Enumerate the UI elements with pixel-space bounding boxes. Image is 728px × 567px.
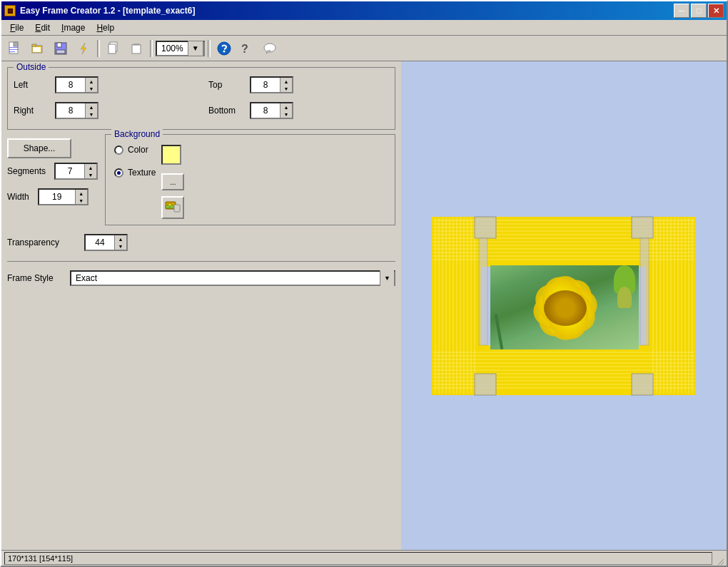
menu-help[interactable]: Help [91,21,120,34]
width-input[interactable] [39,190,75,204]
segments-label: Segments [7,166,46,176]
status-bar: 170*131 [154*115] [1,550,727,566]
width-spinner-buttons: ▲ ▼ [75,190,87,204]
copy-button[interactable] [103,39,124,58]
svg-rect-9 [57,43,61,47]
right-down[interactable]: ▼ [86,111,97,118]
segments-up[interactable]: ▲ [85,164,96,171]
background-options: Color Texture [114,145,156,183]
segments-spinner[interactable]: ▲ ▼ [54,163,98,180]
outside-label: Outside [14,62,49,72]
new-button[interactable] [4,39,26,58]
right-spinner[interactable]: ▲ ▼ [55,102,98,119]
toolbar-separator-2 [150,40,153,57]
texture-browse-button[interactable]: ... [161,173,184,190]
divider [7,261,395,262]
top-spinner[interactable]: ▲ ▼ [250,76,293,93]
preview-panel [401,61,727,550]
width-label: Width [7,192,29,202]
width-spinner[interactable]: ▲ ▼ [38,188,89,205]
segments-spinner-buttons: ▲ ▼ [84,164,96,178]
left-input[interactable] [56,78,85,92]
shape-button[interactable]: Shape... [7,138,71,158]
question-button[interactable]: ? [236,39,258,58]
svg-rect-6 [32,44,36,46]
svg-rect-80 [632,217,653,238]
frame-style-select[interactable]: Exact ▼ [70,270,395,286]
menu-image[interactable]: Image [56,21,91,34]
save-button[interactable] [50,39,71,58]
width-row: Width ▲ ▼ [7,188,98,205]
paste-button[interactable] [126,39,147,58]
left-up[interactable]: ▲ [86,78,97,85]
color-radio[interactable] [114,145,123,155]
svg-text:?: ? [241,43,248,55]
resize-handle[interactable] [712,552,724,565]
svg-line-85 [718,559,724,565]
texture-radio[interactable] [114,168,123,178]
right-up[interactable]: ▲ [86,103,97,111]
toolbar-separator-1 [97,40,100,57]
open-button[interactable] [27,39,49,58]
svg-rect-4 [9,51,15,52]
left-spinner[interactable]: ▲ ▼ [55,76,98,93]
transparency-spinner-buttons: ▲ ▼ [114,235,126,250]
color-swatch[interactable] [161,145,181,165]
svg-rect-83 [479,238,487,345]
transparency-down[interactable]: ▼ [115,242,126,250]
svg-rect-84 [640,238,649,345]
maximize-button[interactable]: □ [691,4,707,18]
left-down[interactable]: ▼ [86,85,97,92]
transparency-up[interactable]: ▲ [115,235,126,242]
svg-rect-81 [475,374,496,395]
color-label: Color [128,145,148,155]
help-icon-button[interactable] [213,39,235,58]
top-spinner-buttons: ▲ ▼ [280,78,292,92]
left-label: Left [14,80,49,90]
minimize-button[interactable]: ─ [674,4,689,18]
left-field-row: Left ▲ ▼ [14,76,194,93]
texture-open-button[interactable] [161,196,184,219]
frame-style-dropdown[interactable]: ▼ [380,270,394,286]
bottom-input[interactable] [251,103,280,118]
top-down[interactable]: ▼ [280,85,292,92]
background-controls: ... [161,145,184,219]
transparency-input[interactable] [86,235,114,250]
menu-file[interactable]: File [4,21,29,34]
right-spinner-buttons: ▲ ▼ [85,103,97,118]
close-button[interactable]: ✕ [708,4,724,18]
top-up[interactable]: ▲ [280,78,292,85]
status-text-panel: 170*131 [154*115] [4,552,712,565]
svg-rect-82 [632,374,653,395]
bottom-down[interactable]: ▼ [280,111,292,118]
width-up[interactable]: ▲ [76,190,87,197]
transparency-row: Transparency ▲ ▼ [7,230,395,255]
flower-image [490,265,639,349]
bubble-button[interactable] [259,39,280,58]
width-down[interactable]: ▼ [76,197,87,204]
lightning-button[interactable] [73,39,94,58]
frame-style-value: Exact [71,273,380,283]
zoom-dropdown[interactable]: ▼ [188,41,203,56]
bottom-up[interactable]: ▲ [280,103,292,111]
frame-style-row: Frame Style Exact ▼ [7,267,395,289]
main-content: Outside Left ▲ ▼ Top [1,61,727,550]
menu-edit[interactable]: Edit [29,21,56,34]
top-input[interactable] [251,78,280,92]
right-input[interactable] [56,103,85,118]
transparency-spinner[interactable]: ▲ ▼ [84,234,128,251]
bottom-spinner[interactable]: ▲ ▼ [250,102,293,119]
segments-down[interactable]: ▼ [85,171,96,178]
segments-input[interactable] [56,164,84,178]
left-spinner-buttons: ▲ ▼ [85,78,97,92]
texture-radio-row: Texture [114,168,156,178]
browse-dots: ... [170,178,176,186]
outside-group: Outside Left ▲ ▼ Top [7,67,395,130]
right-label: Right [14,106,49,116]
status-text: 170*131 [154*115] [8,554,73,563]
background-label: Background [111,129,163,139]
texture-label: Texture [128,168,156,178]
bottom-field-row: Bottom ▲ ▼ [208,102,389,119]
svg-rect-3 [9,49,18,50]
background-group: Background Color [105,134,395,225]
